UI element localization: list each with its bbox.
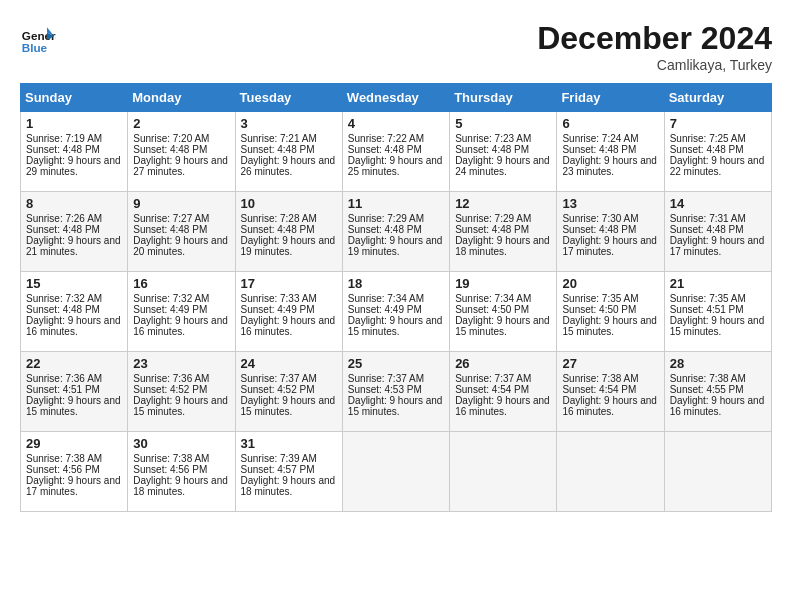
calendar-cell: 23Sunrise: 7:36 AMSunset: 4:52 PMDayligh… bbox=[128, 352, 235, 432]
day-number: 6 bbox=[562, 116, 658, 131]
sunrise: Sunrise: 7:38 AM bbox=[670, 373, 746, 384]
calendar-cell: 26Sunrise: 7:37 AMSunset: 4:54 PMDayligh… bbox=[450, 352, 557, 432]
day-number: 8 bbox=[26, 196, 122, 211]
sunset: Sunset: 4:48 PM bbox=[455, 144, 529, 155]
sunset: Sunset: 4:52 PM bbox=[241, 384, 315, 395]
day-number: 15 bbox=[26, 276, 122, 291]
calendar-cell: 21Sunrise: 7:35 AMSunset: 4:51 PMDayligh… bbox=[664, 272, 771, 352]
calendar-header-row: SundayMondayTuesdayWednesdayThursdayFrid… bbox=[21, 84, 772, 112]
sunset: Sunset: 4:48 PM bbox=[562, 144, 636, 155]
calendar-cell: 17Sunrise: 7:33 AMSunset: 4:49 PMDayligh… bbox=[235, 272, 342, 352]
day-number: 11 bbox=[348, 196, 444, 211]
sunrise: Sunrise: 7:37 AM bbox=[455, 373, 531, 384]
daylight: Daylight: 9 hours and 15 minutes. bbox=[348, 395, 443, 417]
col-header-friday: Friday bbox=[557, 84, 664, 112]
sunrise: Sunrise: 7:32 AM bbox=[133, 293, 209, 304]
calendar-cell bbox=[450, 432, 557, 512]
daylight: Daylight: 9 hours and 15 minutes. bbox=[133, 395, 228, 417]
sunset: Sunset: 4:48 PM bbox=[133, 144, 207, 155]
daylight: Daylight: 9 hours and 16 minutes. bbox=[26, 315, 121, 337]
day-number: 31 bbox=[241, 436, 337, 451]
day-number: 18 bbox=[348, 276, 444, 291]
month-title: December 2024 bbox=[537, 20, 772, 57]
daylight: Daylight: 9 hours and 15 minutes. bbox=[670, 315, 765, 337]
day-number: 22 bbox=[26, 356, 122, 371]
sunset: Sunset: 4:51 PM bbox=[670, 304, 744, 315]
day-number: 30 bbox=[133, 436, 229, 451]
sunset: Sunset: 4:49 PM bbox=[348, 304, 422, 315]
day-number: 21 bbox=[670, 276, 766, 291]
calendar-cell: 5Sunrise: 7:23 AMSunset: 4:48 PMDaylight… bbox=[450, 112, 557, 192]
daylight: Daylight: 9 hours and 25 minutes. bbox=[348, 155, 443, 177]
calendar-cell: 14Sunrise: 7:31 AMSunset: 4:48 PMDayligh… bbox=[664, 192, 771, 272]
day-number: 1 bbox=[26, 116, 122, 131]
daylight: Daylight: 9 hours and 23 minutes. bbox=[562, 155, 657, 177]
day-number: 25 bbox=[348, 356, 444, 371]
sunrise: Sunrise: 7:38 AM bbox=[562, 373, 638, 384]
sunset: Sunset: 4:48 PM bbox=[26, 224, 100, 235]
daylight: Daylight: 9 hours and 27 minutes. bbox=[133, 155, 228, 177]
sunset: Sunset: 4:48 PM bbox=[133, 224, 207, 235]
sunrise: Sunrise: 7:34 AM bbox=[455, 293, 531, 304]
calendar-cell: 9Sunrise: 7:27 AMSunset: 4:48 PMDaylight… bbox=[128, 192, 235, 272]
daylight: Daylight: 9 hours and 16 minutes. bbox=[562, 395, 657, 417]
sunrise: Sunrise: 7:38 AM bbox=[26, 453, 102, 464]
sunrise: Sunrise: 7:36 AM bbox=[133, 373, 209, 384]
calendar-cell: 20Sunrise: 7:35 AMSunset: 4:50 PMDayligh… bbox=[557, 272, 664, 352]
sunset: Sunset: 4:56 PM bbox=[26, 464, 100, 475]
daylight: Daylight: 9 hours and 22 minutes. bbox=[670, 155, 765, 177]
daylight: Daylight: 9 hours and 20 minutes. bbox=[133, 235, 228, 257]
calendar-week-2: 8Sunrise: 7:26 AMSunset: 4:48 PMDaylight… bbox=[21, 192, 772, 272]
daylight: Daylight: 9 hours and 16 minutes. bbox=[670, 395, 765, 417]
svg-text:Blue: Blue bbox=[22, 41, 48, 54]
calendar-cell: 28Sunrise: 7:38 AMSunset: 4:55 PMDayligh… bbox=[664, 352, 771, 432]
sunset: Sunset: 4:56 PM bbox=[133, 464, 207, 475]
calendar-cell: 27Sunrise: 7:38 AMSunset: 4:54 PMDayligh… bbox=[557, 352, 664, 432]
day-number: 19 bbox=[455, 276, 551, 291]
col-header-sunday: Sunday bbox=[21, 84, 128, 112]
calendar-week-1: 1Sunrise: 7:19 AMSunset: 4:48 PMDaylight… bbox=[21, 112, 772, 192]
calendar-cell: 18Sunrise: 7:34 AMSunset: 4:49 PMDayligh… bbox=[342, 272, 449, 352]
day-number: 5 bbox=[455, 116, 551, 131]
sunrise: Sunrise: 7:25 AM bbox=[670, 133, 746, 144]
sunset: Sunset: 4:48 PM bbox=[26, 144, 100, 155]
daylight: Daylight: 9 hours and 15 minutes. bbox=[455, 315, 550, 337]
calendar-cell: 29Sunrise: 7:38 AMSunset: 4:56 PMDayligh… bbox=[21, 432, 128, 512]
sunrise: Sunrise: 7:28 AM bbox=[241, 213, 317, 224]
sunset: Sunset: 4:54 PM bbox=[455, 384, 529, 395]
sunset: Sunset: 4:48 PM bbox=[241, 224, 315, 235]
sunrise: Sunrise: 7:29 AM bbox=[455, 213, 531, 224]
calendar-cell: 16Sunrise: 7:32 AMSunset: 4:49 PMDayligh… bbox=[128, 272, 235, 352]
title-block: December 2024 Camlikaya, Turkey bbox=[537, 20, 772, 73]
page-header: General Blue December 2024 Camlikaya, Tu… bbox=[20, 20, 772, 73]
day-number: 20 bbox=[562, 276, 658, 291]
calendar-cell: 8Sunrise: 7:26 AMSunset: 4:48 PMDaylight… bbox=[21, 192, 128, 272]
day-number: 13 bbox=[562, 196, 658, 211]
sunrise: Sunrise: 7:29 AM bbox=[348, 213, 424, 224]
calendar-cell: 25Sunrise: 7:37 AMSunset: 4:53 PMDayligh… bbox=[342, 352, 449, 432]
logo: General Blue bbox=[20, 20, 56, 56]
daylight: Daylight: 9 hours and 16 minutes. bbox=[133, 315, 228, 337]
sunset: Sunset: 4:55 PM bbox=[670, 384, 744, 395]
daylight: Daylight: 9 hours and 15 minutes. bbox=[348, 315, 443, 337]
sunrise: Sunrise: 7:36 AM bbox=[26, 373, 102, 384]
sunrise: Sunrise: 7:22 AM bbox=[348, 133, 424, 144]
daylight: Daylight: 9 hours and 16 minutes. bbox=[455, 395, 550, 417]
sunset: Sunset: 4:49 PM bbox=[133, 304, 207, 315]
sunset: Sunset: 4:52 PM bbox=[133, 384, 207, 395]
sunset: Sunset: 4:48 PM bbox=[455, 224, 529, 235]
day-number: 26 bbox=[455, 356, 551, 371]
calendar-cell: 22Sunrise: 7:36 AMSunset: 4:51 PMDayligh… bbox=[21, 352, 128, 432]
calendar-week-4: 22Sunrise: 7:36 AMSunset: 4:51 PMDayligh… bbox=[21, 352, 772, 432]
calendar-cell bbox=[342, 432, 449, 512]
col-header-wednesday: Wednesday bbox=[342, 84, 449, 112]
calendar-cell bbox=[557, 432, 664, 512]
location: Camlikaya, Turkey bbox=[537, 57, 772, 73]
calendar-cell: 1Sunrise: 7:19 AMSunset: 4:48 PMDaylight… bbox=[21, 112, 128, 192]
sunset: Sunset: 4:48 PM bbox=[348, 224, 422, 235]
day-number: 3 bbox=[241, 116, 337, 131]
calendar-cell: 11Sunrise: 7:29 AMSunset: 4:48 PMDayligh… bbox=[342, 192, 449, 272]
col-header-saturday: Saturday bbox=[664, 84, 771, 112]
sunrise: Sunrise: 7:38 AM bbox=[133, 453, 209, 464]
sunrise: Sunrise: 7:34 AM bbox=[348, 293, 424, 304]
